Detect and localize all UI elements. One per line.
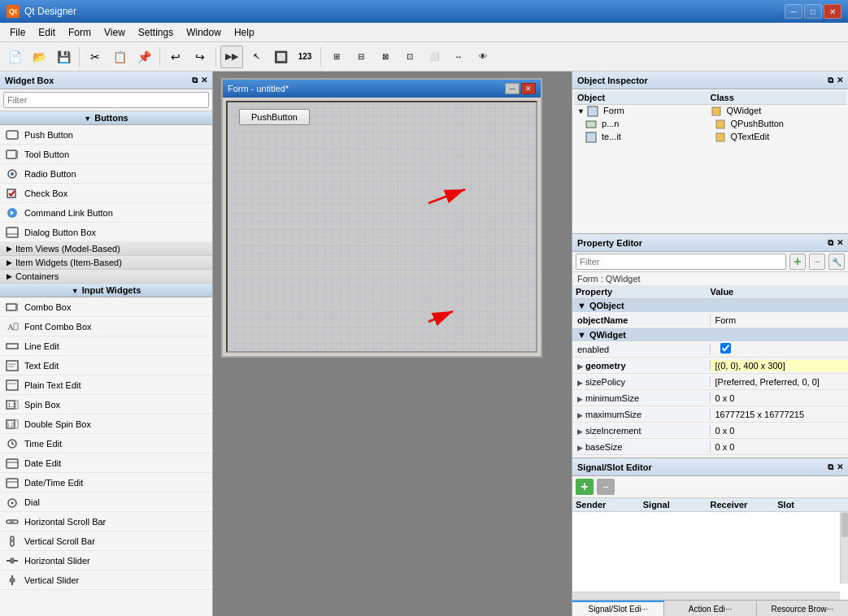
prop-filter-input[interactable] — [576, 254, 786, 270]
category-item-views[interactable]: ▶ Item Views (Model-Based) — [0, 242, 212, 256]
form-minimize-btn[interactable]: ─ — [505, 83, 520, 94]
ss-controls[interactable]: ⧉ ✕ — [828, 462, 843, 472]
obj-row-pn[interactable]: p...n QPushButton — [574, 118, 846, 131]
toolbar-cut[interactable]: ✂ — [84, 46, 107, 68]
maximize-button[interactable]: □ — [804, 4, 822, 19]
menu-form[interactable]: Form — [62, 25, 98, 40]
toolbar-vlayout[interactable]: ⊟ — [350, 46, 372, 68]
toolbar-123[interactable]: 123 — [294, 46, 316, 68]
tab-action-editor[interactable]: Action Edi··· — [664, 601, 756, 616]
filter-input[interactable] — [3, 92, 209, 108]
prop-row-geometry[interactable]: ▶geometry [(0, 0), 400 x 300] — [572, 358, 848, 374]
toolbar-new[interactable]: 📄 — [3, 46, 26, 68]
prop-row-basesize[interactable]: ▶baseSize 0 x 0 — [572, 439, 848, 455]
menu-settings[interactable]: Settings — [132, 25, 180, 40]
close-oi-icon[interactable]: ✕ — [837, 76, 843, 85]
widget-radio-button[interactable]: Radio Button — [0, 164, 212, 184]
widget-tool-button[interactable]: Tool Button — [0, 145, 212, 164]
widget-dial[interactable]: Dial — [0, 492, 212, 512]
close-button[interactable]: ✕ — [824, 4, 841, 19]
toolbar-form[interactable]: ⊡ — [398, 46, 421, 68]
form-content[interactable]: PushButton — [226, 101, 537, 353]
toolbar-redo[interactable]: ↪ — [189, 46, 211, 68]
widget-text-edit[interactable]: Text Edit — [0, 356, 212, 375]
category-buttons[interactable]: ▼Buttons — [0, 111, 212, 125]
qobject-arrow[interactable]: ▼ — [577, 301, 586, 310]
widget-v-scroll-bar[interactable]: Vertical Scroll Bar — [0, 531, 212, 551]
pe-controls[interactable]: ⧉ ✕ — [828, 238, 843, 248]
form-title-btns[interactable]: ─ ✕ — [505, 83, 536, 94]
widget-v-slider[interactable]: Vertical Slider — [0, 570, 212, 590]
obj-row-form[interactable]: ▼ Form QWidget — [574, 105, 846, 118]
toolbar-paste[interactable]: 📌 — [133, 46, 155, 68]
category-input-widgets[interactable]: ▼Input Widgets — [0, 284, 212, 297]
toolbar-widget[interactable]: 🔲 — [269, 46, 292, 68]
toolbar-break[interactable]: ⬜ — [423, 46, 446, 68]
menu-view[interactable]: View — [98, 25, 132, 40]
toolbar-open[interactable]: 📂 — [28, 46, 50, 68]
form-close-btn[interactable]: ✕ — [521, 83, 536, 94]
signal-h-scrollbar[interactable] — [572, 592, 840, 600]
widget-box-controls[interactable]: ⧉ ✕ — [192, 76, 207, 85]
widget-dialog-button-box[interactable]: Dialog Button Box — [0, 223, 212, 242]
prop-remove-btn[interactable]: − — [809, 254, 825, 270]
float-oi-icon[interactable]: ⧉ — [828, 76, 833, 85]
qwidget-arrow[interactable]: ▼ — [577, 330, 586, 340]
toolbar-select[interactable]: ▶▶ — [220, 46, 243, 68]
prop-row-sizepolicy[interactable]: ▶sizePolicy [Preferred, Preferred, 0, 0] — [572, 374, 848, 390]
widget-command-link-button[interactable]: Command Link Button — [0, 203, 212, 223]
signal-add-btn[interactable]: + — [576, 479, 594, 495]
widget-h-scroll-bar[interactable]: Horizontal Scroll Bar — [0, 512, 212, 531]
widget-font-combo-box[interactable]: A Font Combo Box — [0, 317, 212, 336]
widget-spin-box[interactable]: 1.2 Spin Box — [0, 395, 212, 414]
toolbar-grid[interactable]: ⊠ — [374, 46, 397, 68]
float-ss-icon[interactable]: ⧉ — [828, 462, 833, 472]
toolbar-preview[interactable]: 👁 — [472, 46, 494, 68]
tab-signal-slot[interactable]: Signal/Slot Edi··· — [572, 601, 664, 616]
widget-combo-box[interactable]: Combo Box — [0, 297, 212, 317]
close-widget-box-icon[interactable]: ✕ — [201, 76, 207, 85]
signal-scrollbar[interactable] — [840, 512, 848, 583]
toolbar-adjust[interactable]: ↔ — [447, 46, 470, 68]
widget-push-button[interactable]: Push Button — [0, 125, 212, 145]
toolbar-copy[interactable]: 📋 — [108, 46, 131, 68]
toolbar-undo[interactable]: ↩ — [164, 46, 187, 68]
prop-row-sizeincrement[interactable]: ▶sizeIncrement 0 x 0 — [572, 423, 848, 439]
object-inspector-controls[interactable]: ⧉ ✕ — [828, 76, 843, 85]
widget-check-box[interactable]: Check Box — [0, 184, 212, 203]
widget-double-spin-box[interactable]: 1.2 Double Spin Box — [0, 414, 212, 434]
close-pe-icon[interactable]: ✕ — [837, 238, 843, 248]
push-button-widget[interactable]: PushButton — [239, 109, 310, 125]
prop-row-enabled[interactable]: enabled — [572, 341, 848, 358]
widget-datetime-edit[interactable]: Date/Time Edit — [0, 473, 212, 492]
float-icon[interactable]: ⧉ — [192, 76, 198, 85]
signal-scroll-thumb[interactable] — [841, 513, 848, 537]
widget-line-edit[interactable]: Line Edit — [0, 336, 212, 356]
signal-remove-btn[interactable]: − — [597, 479, 615, 495]
prop-row-maximumsize[interactable]: ▶maximumSize 16777215 x 16777215 — [572, 406, 848, 423]
tab-resource-browser[interactable]: Resource Brow··· — [757, 601, 848, 616]
widget-date-edit[interactable]: Date Edit — [0, 453, 212, 473]
enabled-checkbox[interactable] — [720, 343, 731, 354]
menu-edit[interactable]: Edit — [32, 25, 62, 40]
title-bar-controls[interactable]: ─ □ ✕ — [785, 4, 841, 19]
widget-plain-text-edit[interactable]: Plain Text Edit — [0, 375, 212, 395]
menu-help[interactable]: Help — [228, 25, 261, 40]
form-tree-arrow[interactable]: ▼ — [577, 107, 585, 115]
toolbar-pointer[interactable]: ↖ — [245, 46, 267, 68]
prop-wrench-btn[interactable]: 🔧 — [828, 254, 845, 270]
menu-window[interactable]: Window — [180, 25, 228, 40]
minimize-button[interactable]: ─ — [785, 4, 802, 19]
prop-row-objectname[interactable]: objectName Form — [572, 312, 848, 328]
float-pe-icon[interactable]: ⧉ — [828, 238, 833, 248]
widget-time-edit[interactable]: Time Edit — [0, 434, 212, 453]
category-item-widgets[interactable]: ▶ Item Widgets (Item-Based) — [0, 256, 212, 270]
toolbar-save[interactable]: 💾 — [52, 46, 75, 68]
category-containers[interactable]: ▶ Containers — [0, 270, 212, 284]
close-ss-icon[interactable]: ✕ — [837, 462, 843, 472]
prop-row-minimumsize[interactable]: ▶minimumSize 0 x 0 — [572, 390, 848, 406]
widget-h-slider[interactable]: Horizontal Slider — [0, 551, 212, 570]
prop-add-btn[interactable]: + — [789, 254, 806, 270]
obj-row-te[interactable]: te...it QTextEdit — [574, 131, 846, 144]
toolbar-hlayout[interactable]: ⊞ — [325, 46, 348, 68]
